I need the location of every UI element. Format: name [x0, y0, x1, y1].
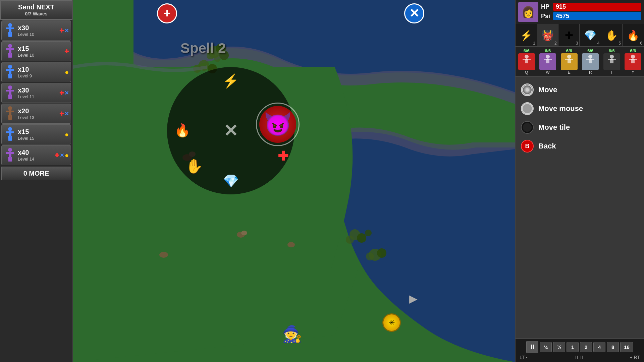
spell-slot-3[interactable]: ✚3	[558, 24, 580, 46]
svg-point-53	[365, 230, 372, 236]
svg-rect-27	[9, 131, 11, 136]
spell-fireball[interactable]: 🔥	[174, 123, 190, 138]
spell-slot-key: 6	[640, 41, 642, 46]
speed-btn-1[interactable]: 1	[567, 342, 579, 352]
unit-badge: ✕	[64, 111, 69, 117]
svg-rect-59	[525, 59, 528, 63]
char-count: 6/6	[587, 48, 593, 53]
char-key: Y	[632, 70, 634, 75]
unit-row[interactable]: x30Level 11✚✕	[1, 83, 71, 103]
svg-rect-33	[8, 157, 10, 162]
menu-item-back[interactable]: BBack	[521, 140, 639, 153]
svg-point-72	[631, 55, 635, 59]
spell-lightning[interactable]: ⚡	[222, 73, 239, 89]
game-map: + ✕ Spell 2 ⚡ 🔥 😈 ✋ 💎 ✚ ✕	[73, 0, 515, 362]
unit-count: x10	[18, 66, 63, 73]
spell-slot-key: 2	[554, 41, 557, 46]
svg-rect-18	[8, 95, 10, 99]
stats-section: 👩 HP 915 Psi 4575	[516, 0, 644, 24]
svg-point-38	[207, 51, 215, 59]
char-key: R	[589, 70, 592, 75]
psi-bar: 4575	[553, 12, 641, 20]
char-slot-R[interactable]: 6/6R	[580, 48, 601, 75]
menu-item-move[interactable]: Move	[521, 83, 639, 96]
svg-point-47	[241, 231, 247, 235]
svg-point-66	[588, 55, 592, 59]
char-key: E	[568, 70, 571, 75]
svg-rect-8	[8, 53, 10, 58]
spell-slot-key: 3	[576, 41, 578, 46]
svg-rect-34	[10, 157, 12, 162]
add-button[interactable]: +	[157, 3, 177, 23]
svg-point-69	[610, 55, 614, 59]
svg-point-40	[214, 55, 221, 62]
spell-demon[interactable]: 😈	[256, 103, 300, 146]
spell-hand[interactable]: ✋	[185, 158, 203, 174]
svg-rect-71	[610, 59, 613, 63]
char-slot-E[interactable]: 6/6E	[559, 48, 580, 75]
svg-point-76	[526, 88, 529, 92]
svg-rect-17	[9, 89, 11, 95]
unit-row[interactable]: x40Level 14✚✕●	[1, 145, 71, 165]
unit-badge: ✚	[59, 90, 64, 96]
char-slot-W[interactable]: 6/6W	[538, 48, 558, 75]
unit-icon	[4, 22, 16, 39]
right-panel: 👩 HP 915 Psi 4575 ⚡1👹2✚3💎4✋5🔥6	[515, 0, 644, 362]
char-count: 6/6	[524, 48, 530, 53]
speed-btn-4[interactable]: 4	[593, 342, 605, 352]
unit-icon	[4, 64, 16, 80]
svg-rect-28	[8, 136, 10, 141]
unit-row[interactable]: x15Level 15●	[1, 124, 71, 144]
unit-badge: ●	[65, 68, 69, 76]
char-count: 6/6	[545, 48, 551, 53]
svg-point-39	[219, 51, 229, 60]
char-count: 6/6	[566, 48, 572, 53]
speed-btn-8[interactable]: 8	[607, 342, 619, 352]
svg-rect-7	[9, 48, 11, 53]
radial-center-x[interactable]: ✕	[223, 121, 238, 141]
char-slot-Q[interactable]: 6/6Q	[516, 48, 537, 75]
spell-crystal[interactable]: 💎	[223, 174, 239, 188]
unit-row[interactable]: x10Level 9●	[1, 62, 71, 82]
spell-slot-2[interactable]: 👹2	[537, 24, 558, 46]
close-button[interactable]: ✕	[404, 3, 424, 23]
unit-row[interactable]: x15Level 10✚	[1, 41, 71, 61]
send-next-label: Send NEXT	[2, 3, 70, 11]
pause-group: ⏸ II	[574, 355, 583, 360]
speed-btn-II[interactable]: II	[526, 341, 538, 353]
spell-slot-4[interactable]: 💎4	[580, 24, 601, 46]
svg-rect-24	[10, 115, 12, 120]
menu-item-icon: B	[521, 140, 534, 153]
spell-slot-symbol: 👹	[541, 29, 554, 41]
spell-slot-5[interactable]: ✋5	[601, 24, 623, 46]
char-key: W	[546, 70, 550, 75]
stat-bars: HP 915 Psi 4575	[541, 3, 641, 21]
svg-point-15	[8, 85, 12, 89]
speed-btn-[interactable]: ½	[553, 342, 565, 352]
spell-slot-1[interactable]: ⚡1	[516, 24, 537, 46]
spell-health[interactable]: ✚	[278, 149, 288, 164]
unit-row[interactable]: x20Level 13✚✕	[1, 104, 71, 124]
speed-btn-16[interactable]: 16	[620, 342, 633, 352]
svg-point-63	[567, 55, 571, 59]
left-sidebar: Send NEXT 0/7 Waves x30Level 10✚✕x15Leve…	[0, 0, 73, 362]
waves-label: 0/7 Waves	[2, 11, 70, 16]
speed-btn-2[interactable]: 2	[580, 342, 592, 352]
menu-item-move-tile[interactable]: Move tile	[521, 121, 639, 134]
char-slot-Y[interactable]: 6/6Y	[623, 48, 644, 75]
char-slot-T[interactable]: 6/6T	[601, 48, 622, 75]
unit-level: Level 10	[18, 32, 58, 37]
svg-rect-62	[546, 59, 549, 63]
spell-slot-6[interactable]: 🔥6	[623, 24, 644, 46]
menu-item-move-mouse[interactable]: Move mouse	[521, 102, 639, 115]
psi-value: 4575	[556, 13, 569, 20]
rt-label: + RT	[630, 355, 640, 360]
unit-count: x15	[18, 128, 63, 136]
speed-btn-[interactable]: ¼	[540, 342, 552, 352]
unit-level: Level 11	[18, 94, 58, 99]
send-next-button[interactable]: Send NEXT 0/7 Waves	[0, 0, 72, 20]
unit-row[interactable]: x30Level 10✚✕	[1, 20, 71, 41]
svg-rect-13	[8, 74, 10, 78]
speed-buttons-row: II¼½124816	[518, 341, 641, 353]
hp-label: HP	[541, 3, 553, 10]
